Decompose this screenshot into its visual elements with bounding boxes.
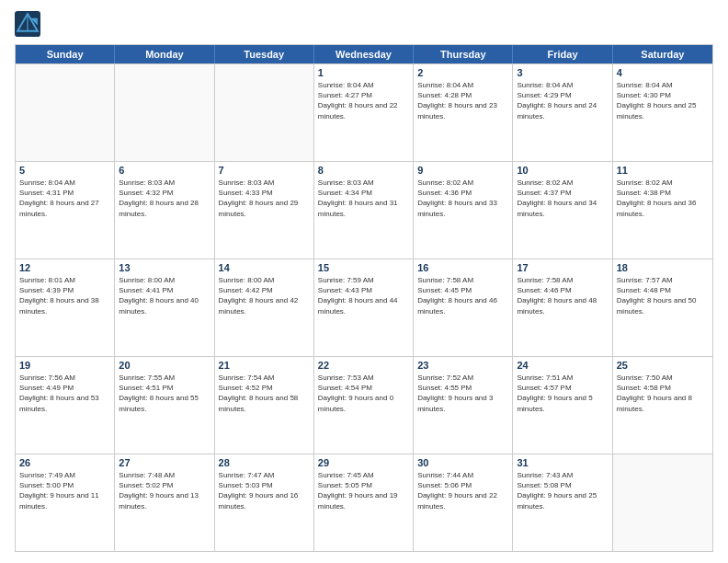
calendar-week-5: 26Sunrise: 7:49 AM Sunset: 5:00 PM Dayli… xyxy=(16,454,712,551)
day-number: 12 xyxy=(19,262,110,273)
day-cell-24: 24Sunrise: 7:51 AM Sunset: 4:57 PM Dayli… xyxy=(513,357,612,454)
day-cell-18: 18Sunrise: 7:57 AM Sunset: 4:48 PM Dayli… xyxy=(613,259,712,356)
day-number: 4 xyxy=(617,67,709,78)
day-number: 23 xyxy=(417,360,508,371)
day-number: 13 xyxy=(119,262,210,273)
calendar: SundayMondayTuesdayWednesdayThursdayFrid… xyxy=(15,44,713,552)
day-cell-3: 3Sunrise: 8:04 AM Sunset: 4:29 PM Daylig… xyxy=(513,64,612,161)
day-cell-10: 10Sunrise: 8:02 AM Sunset: 4:37 PM Dayli… xyxy=(513,162,612,259)
day-number: 6 xyxy=(119,165,210,176)
day-header-thursday: Thursday xyxy=(414,45,513,63)
day-cell-21: 21Sunrise: 7:54 AM Sunset: 4:52 PM Dayli… xyxy=(215,357,314,454)
day-cell-15: 15Sunrise: 7:59 AM Sunset: 4:43 PM Dayli… xyxy=(314,259,414,356)
calendar-week-1: 1Sunrise: 8:04 AM Sunset: 4:27 PM Daylig… xyxy=(16,63,712,161)
day-number: 16 xyxy=(417,262,508,273)
day-cell-29: 29Sunrise: 7:45 AM Sunset: 5:05 PM Dayli… xyxy=(314,454,414,551)
day-cell-6: 6Sunrise: 8:03 AM Sunset: 4:32 PM Daylig… xyxy=(115,162,214,259)
day-cell-empty xyxy=(215,64,314,161)
day-number: 27 xyxy=(119,457,210,468)
day-number: 17 xyxy=(517,262,608,273)
day-cell-7: 7Sunrise: 8:03 AM Sunset: 4:33 PM Daylig… xyxy=(215,162,314,259)
page-header xyxy=(15,11,713,37)
day-number: 15 xyxy=(318,262,409,273)
day-header-tuesday: Tuesday xyxy=(215,45,314,63)
day-info: Sunrise: 7:59 AM Sunset: 4:43 PM Dayligh… xyxy=(318,275,409,316)
day-info: Sunrise: 8:00 AM Sunset: 4:42 PM Dayligh… xyxy=(219,275,310,316)
day-info: Sunrise: 7:44 AM Sunset: 5:06 PM Dayligh… xyxy=(417,470,508,511)
day-info: Sunrise: 8:04 AM Sunset: 4:27 PM Dayligh… xyxy=(318,80,409,121)
day-cell-20: 20Sunrise: 7:55 AM Sunset: 4:51 PM Dayli… xyxy=(115,357,214,454)
day-info: Sunrise: 7:54 AM Sunset: 4:52 PM Dayligh… xyxy=(219,373,310,414)
day-cell-empty xyxy=(115,64,214,161)
day-info: Sunrise: 8:02 AM Sunset: 4:38 PM Dayligh… xyxy=(617,178,709,219)
day-cell-19: 19Sunrise: 7:56 AM Sunset: 4:49 PM Dayli… xyxy=(16,357,115,454)
day-info: Sunrise: 7:47 AM Sunset: 5:03 PM Dayligh… xyxy=(219,470,310,511)
day-number: 30 xyxy=(417,457,508,468)
day-number: 11 xyxy=(617,165,709,176)
day-cell-28: 28Sunrise: 7:47 AM Sunset: 5:03 PM Dayli… xyxy=(215,454,314,551)
day-cell-empty xyxy=(613,454,712,551)
day-number: 25 xyxy=(617,360,709,371)
day-header-sunday: Sunday xyxy=(16,45,115,63)
day-info: Sunrise: 7:55 AM Sunset: 4:51 PM Dayligh… xyxy=(119,373,210,414)
day-cell-12: 12Sunrise: 8:01 AM Sunset: 4:39 PM Dayli… xyxy=(16,259,115,356)
calendar-header: SundayMondayTuesdayWednesdayThursdayFrid… xyxy=(16,45,712,63)
day-number: 2 xyxy=(417,67,508,78)
day-info: Sunrise: 7:56 AM Sunset: 4:49 PM Dayligh… xyxy=(19,373,110,414)
day-number: 22 xyxy=(318,360,409,371)
day-number: 5 xyxy=(19,165,110,176)
day-cell-1: 1Sunrise: 8:04 AM Sunset: 4:27 PM Daylig… xyxy=(314,64,414,161)
day-info: Sunrise: 8:04 AM Sunset: 4:30 PM Dayligh… xyxy=(617,80,709,121)
day-cell-23: 23Sunrise: 7:52 AM Sunset: 4:55 PM Dayli… xyxy=(414,357,513,454)
day-header-monday: Monday xyxy=(115,45,214,63)
day-info: Sunrise: 8:04 AM Sunset: 4:31 PM Dayligh… xyxy=(19,178,110,219)
day-info: Sunrise: 7:43 AM Sunset: 5:08 PM Dayligh… xyxy=(517,470,608,511)
day-number: 19 xyxy=(19,360,110,371)
day-info: Sunrise: 7:52 AM Sunset: 4:55 PM Dayligh… xyxy=(417,373,508,414)
day-info: Sunrise: 7:49 AM Sunset: 5:00 PM Dayligh… xyxy=(19,470,110,511)
logo xyxy=(15,11,44,37)
calendar-week-4: 19Sunrise: 7:56 AM Sunset: 4:49 PM Dayli… xyxy=(16,356,712,454)
day-info: Sunrise: 8:02 AM Sunset: 4:36 PM Dayligh… xyxy=(417,178,508,219)
day-cell-5: 5Sunrise: 8:04 AM Sunset: 4:31 PM Daylig… xyxy=(16,162,115,259)
logo-icon xyxy=(15,11,40,37)
day-cell-empty xyxy=(16,64,115,161)
day-number: 7 xyxy=(219,165,310,176)
day-info: Sunrise: 7:50 AM Sunset: 4:58 PM Dayligh… xyxy=(617,373,709,414)
calendar-body: 1Sunrise: 8:04 AM Sunset: 4:27 PM Daylig… xyxy=(16,63,712,551)
day-number: 1 xyxy=(318,67,409,78)
day-number: 21 xyxy=(219,360,310,371)
day-info: Sunrise: 7:45 AM Sunset: 5:05 PM Dayligh… xyxy=(318,470,409,511)
day-cell-17: 17Sunrise: 7:58 AM Sunset: 4:46 PM Dayli… xyxy=(513,259,612,356)
day-cell-31: 31Sunrise: 7:43 AM Sunset: 5:08 PM Dayli… xyxy=(513,454,612,551)
day-number: 26 xyxy=(19,457,110,468)
day-info: Sunrise: 7:48 AM Sunset: 5:02 PM Dayligh… xyxy=(119,470,210,511)
day-info: Sunrise: 8:01 AM Sunset: 4:39 PM Dayligh… xyxy=(19,275,110,316)
day-info: Sunrise: 7:51 AM Sunset: 4:57 PM Dayligh… xyxy=(517,373,608,414)
day-number: 14 xyxy=(219,262,310,273)
day-cell-16: 16Sunrise: 7:58 AM Sunset: 4:45 PM Dayli… xyxy=(414,259,513,356)
day-info: Sunrise: 7:57 AM Sunset: 4:48 PM Dayligh… xyxy=(617,275,709,316)
day-info: Sunrise: 8:03 AM Sunset: 4:33 PM Dayligh… xyxy=(219,178,310,219)
day-info: Sunrise: 7:58 AM Sunset: 4:45 PM Dayligh… xyxy=(417,275,508,316)
day-info: Sunrise: 8:03 AM Sunset: 4:34 PM Dayligh… xyxy=(318,178,409,219)
day-cell-22: 22Sunrise: 7:53 AM Sunset: 4:54 PM Dayli… xyxy=(314,357,414,454)
day-info: Sunrise: 8:00 AM Sunset: 4:41 PM Dayligh… xyxy=(119,275,210,316)
day-number: 28 xyxy=(219,457,310,468)
day-cell-14: 14Sunrise: 8:00 AM Sunset: 4:42 PM Dayli… xyxy=(215,259,314,356)
day-cell-26: 26Sunrise: 7:49 AM Sunset: 5:00 PM Dayli… xyxy=(16,454,115,551)
day-number: 8 xyxy=(318,165,409,176)
day-cell-30: 30Sunrise: 7:44 AM Sunset: 5:06 PM Dayli… xyxy=(414,454,513,551)
calendar-week-2: 5Sunrise: 8:04 AM Sunset: 4:31 PM Daylig… xyxy=(16,161,712,259)
day-header-friday: Friday xyxy=(513,45,612,63)
day-info: Sunrise: 7:53 AM Sunset: 4:54 PM Dayligh… xyxy=(318,373,409,414)
day-info: Sunrise: 8:03 AM Sunset: 4:32 PM Dayligh… xyxy=(119,178,210,219)
day-number: 9 xyxy=(417,165,508,176)
day-cell-13: 13Sunrise: 8:00 AM Sunset: 4:41 PM Dayli… xyxy=(115,259,214,356)
day-number: 20 xyxy=(119,360,210,371)
day-cell-4: 4Sunrise: 8:04 AM Sunset: 4:30 PM Daylig… xyxy=(613,64,712,161)
day-info: Sunrise: 8:04 AM Sunset: 4:28 PM Dayligh… xyxy=(417,80,508,121)
day-header-wednesday: Wednesday xyxy=(314,45,414,63)
day-number: 24 xyxy=(517,360,608,371)
day-number: 29 xyxy=(318,457,409,468)
